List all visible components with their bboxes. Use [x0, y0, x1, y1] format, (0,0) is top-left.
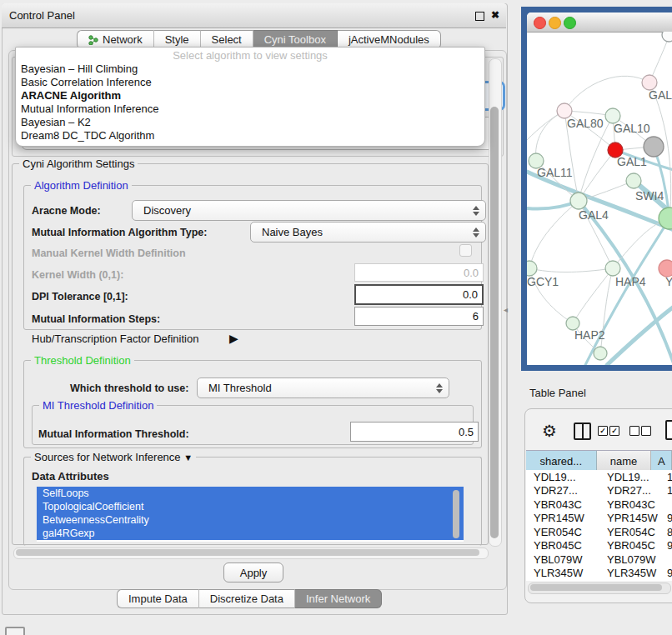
hub-section-label[interactable]: Hub/Transcription Factor Definition	[32, 332, 198, 345]
aracne-mode-value: Discovery	[143, 204, 191, 217]
manual-kernel-checkbox[interactable]	[459, 244, 472, 257]
table-cell: YPR145W	[604, 512, 660, 524]
table-h-scrollbar-thumb[interactable]	[530, 584, 662, 591]
checked-checkbox-icon[interactable]: ✓	[609, 426, 619, 436]
app-screen: Control Panel ✖ NetworkStyleSelectCyni T…	[0, 0, 672, 635]
table-row[interactable]: YLR345WYLR345W9.	[526, 567, 672, 581]
algorithm-option[interactable]: Bayesian – K2	[16, 116, 484, 129]
document-icon[interactable]	[665, 420, 672, 440]
table-cell: YDL19...	[526, 471, 604, 483]
collapse-down-icon[interactable]: ▼	[183, 452, 193, 462]
attribute-list-item[interactable]: gal4RGexp	[37, 527, 464, 540]
table-cell: YPR145W	[526, 512, 604, 524]
checked-checkbox-icon[interactable]: ✓	[598, 426, 608, 436]
split-columns-icon[interactable]	[574, 422, 591, 440]
which-threshold-select[interactable]: MI Threshold	[197, 378, 449, 398]
network-node-label: GAL4	[579, 208, 609, 222]
control-panel-title: Control Panel	[9, 9, 75, 22]
mi-type-select[interactable]: Naive Bayes	[250, 222, 486, 242]
column-header[interactable]: A	[651, 450, 672, 472]
expand-right-icon[interactable]: ▶	[229, 332, 238, 345]
h-scrollbar-thumb[interactable]	[16, 549, 479, 556]
sources-title-text: Sources for Network Inference	[34, 451, 181, 463]
divider-collapse-icon[interactable]: ◂	[504, 305, 508, 314]
network-node[interactable]	[570, 192, 587, 209]
apply-button[interactable]: Apply	[223, 562, 283, 582]
table-cell: 12	[660, 484, 672, 497]
data-attributes-list[interactable]: SelfLoopsTopologicalCoefficientBetweenne…	[37, 487, 464, 542]
tab-discretize-data[interactable]: Discretize Data	[199, 589, 295, 608]
cyni-settings-title: Cyni Algorithm Settings	[19, 158, 138, 170]
table-row[interactable]: YBL079WYBL079W	[526, 552, 672, 567]
algorithm-option[interactable]: Dream8 DC_TDC Algorithm	[16, 129, 484, 142]
table-row[interactable]: YBR045CYBR045C9.	[526, 539, 672, 553]
network-node[interactable]	[527, 261, 537, 276]
algorithm-option[interactable]: Mutual Information Inference	[16, 102, 484, 116]
network-node-label: GAL11	[537, 166, 573, 179]
algorithm-option[interactable]: Bayesian – Hill Climbing	[16, 62, 484, 76]
column-header[interactable]: shared...	[526, 450, 597, 472]
float-icon[interactable]	[475, 12, 484, 21]
aracne-mode-select[interactable]: Discovery	[132, 200, 486, 221]
network-node[interactable]	[662, 32, 672, 42]
table-cell: YBL079W	[526, 553, 604, 566]
network-node-label: HAP4	[615, 275, 646, 288]
attribute-list-item[interactable]: BetweennessCentrality	[37, 513, 464, 527]
which-threshold-value: MI Threshold	[208, 382, 272, 394]
table-cell: YER054C	[604, 526, 660, 538]
network-edge	[564, 76, 649, 111]
table-cell: 9.	[660, 567, 672, 579]
mi-threshold-input[interactable]: 0.5	[350, 422, 479, 442]
network-node[interactable]	[644, 137, 664, 157]
table-cell: 8.	[660, 526, 672, 538]
network-node-label: GAL	[649, 88, 672, 102]
list-scrollbar-thumb[interactable]	[453, 490, 459, 538]
network-node[interactable]	[626, 173, 641, 188]
table-row[interactable]: YPR145WYPR145W9.	[526, 512, 672, 526]
network-node[interactable]	[605, 261, 620, 276]
dpi-tolerance-input[interactable]: 0.0	[354, 284, 484, 305]
tab-label: Infer Network	[306, 592, 370, 605]
tab-label: Style	[165, 33, 189, 46]
algorithm-option[interactable]: Basic Correlation Inference	[16, 76, 484, 89]
stepper-icon	[473, 228, 479, 238]
network-node-label: GAL1	[617, 155, 647, 168]
close-icon[interactable]: ✖	[491, 9, 499, 21]
gear-icon[interactable]: ⚙	[542, 421, 557, 441]
tab-infer-network[interactable]: Infer Network	[295, 589, 382, 608]
table-row[interactable]: YDL19...YDL19...13	[526, 470, 672, 484]
attribute-list-item[interactable]: TopologicalCoefficient	[37, 500, 464, 513]
tab-label: Impute Data	[128, 592, 188, 605]
network-node-label: GAL80	[567, 117, 604, 130]
table-row[interactable]: YDR27...YDR27...12	[526, 484, 672, 498]
control-panel-titlebar: Control Panel ✖	[2, 3, 506, 28]
column-header[interactable]: name	[597, 450, 652, 472]
network-node[interactable]	[659, 260, 672, 277]
network-node[interactable]	[594, 347, 607, 360]
table-cell: YBR045C	[526, 539, 604, 552]
attribute-list-item[interactable]: SelfLoops	[37, 487, 464, 500]
dpi-tolerance-value: 0.0	[463, 288, 478, 301]
unchecked-checkbox-icon[interactable]	[641, 426, 651, 436]
table-row[interactable]: YBR043CYBR043C	[526, 498, 672, 512]
panel-scrollbar-thumb[interactable]	[490, 107, 499, 538]
network-icon	[88, 35, 98, 45]
unchecked-checkbox-icon[interactable]	[629, 426, 639, 436]
algorithm-option[interactable]: ARACNE Algorithm	[16, 89, 484, 102]
table-row[interactable]: YIL053CYIL053C0.	[526, 580, 672, 581]
tab-impute-data[interactable]: Impute Data	[117, 589, 199, 608]
network-canvas[interactable]: GALGAL80GAL10GAL1GAL11SWI4GAL4GCY1HAP4YH…	[527, 32, 672, 365]
zoom-traffic-light-icon[interactable]	[564, 17, 576, 29]
minimize-traffic-light-icon[interactable]	[549, 17, 561, 29]
mi-steps-value: 6	[473, 310, 479, 322]
close-traffic-light-icon[interactable]	[534, 17, 546, 29]
table-header-row: shared...nameA	[526, 450, 672, 470]
network-node-label: HAP2	[574, 328, 605, 342]
stepper-icon	[473, 206, 479, 216]
mi-steps-input[interactable]: 6	[354, 307, 484, 326]
sources-group-title: Sources for Network Inference ▼	[31, 451, 196, 463]
cutoff-button[interactable]	[5, 627, 25, 635]
network-edge	[585, 218, 669, 365]
table-row[interactable]: YER054CYER054C8.	[526, 525, 672, 539]
kernel-width-input[interactable]: 0.0	[354, 263, 484, 282]
